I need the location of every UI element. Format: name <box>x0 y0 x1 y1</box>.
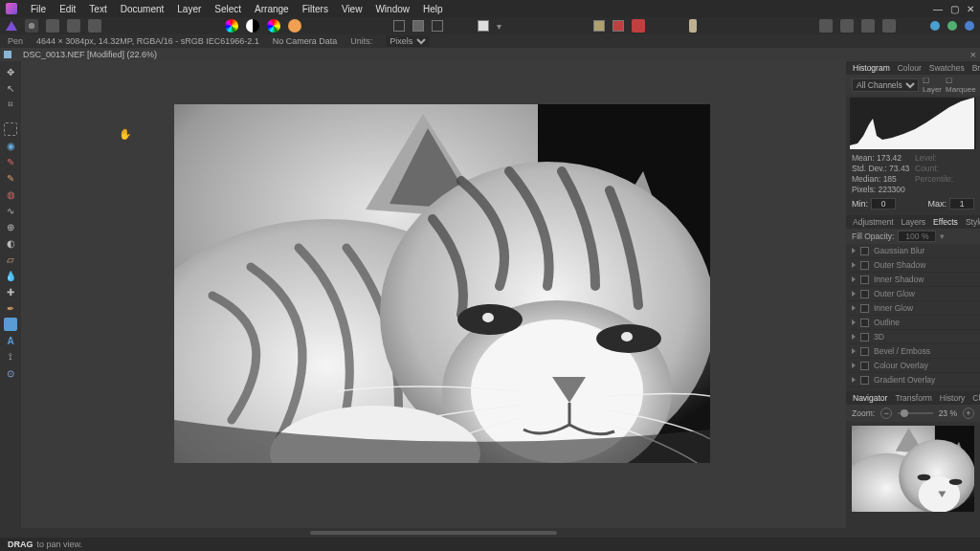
fx-gradient-overlay[interactable]: Gradient Overlay <box>846 373 980 387</box>
bw-adjust-icon[interactable] <box>246 19 259 33</box>
marquee-checkbox[interactable]: ☐ Marquee <box>946 77 976 94</box>
crop-icon[interactable] <box>478 20 489 32</box>
menu-window[interactable]: Window <box>375 4 410 14</box>
navigator-preview[interactable] <box>852 426 974 512</box>
cloud-icon[interactable] <box>947 21 957 31</box>
menu-bar: File Edit Text Document Layer Select Arr… <box>0 0 980 17</box>
fx-bevel[interactable]: Bevel / Emboss <box>846 344 980 359</box>
tab-history[interactable]: History <box>937 393 968 403</box>
hist-max-input[interactable] <box>949 198 974 209</box>
zoom-value: 23 % <box>939 408 957 418</box>
brush-select-icon[interactable]: ✎ <box>4 155 17 168</box>
node-tool-icon[interactable]: ↖ <box>4 81 17 95</box>
document-image[interactable] <box>174 104 710 463</box>
fx-gaussian-blur[interactable]: Gaussian Blur <box>846 244 980 258</box>
layer-checkbox[interactable]: ☐ Layer <box>923 77 942 94</box>
marquee-tool-icon[interactable] <box>4 122 17 136</box>
zoom-fit-icon[interactable] <box>819 19 833 33</box>
zoom-out-button[interactable]: − <box>880 408 892 419</box>
menu-help[interactable]: Help <box>423 4 443 14</box>
fill-opacity-input[interactable] <box>898 231 936 242</box>
doc-close-icon[interactable]: × <box>970 49 976 60</box>
menu-layer[interactable]: Layer <box>177 4 201 14</box>
zoom-in-icon[interactable] <box>861 19 875 33</box>
fx-outline[interactable]: Outline <box>846 316 980 330</box>
tb-target-icon[interactable] <box>25 19 38 33</box>
zoom-out-icon[interactable] <box>882 19 896 33</box>
fx-colour-overlay[interactable]: Colour Overlay <box>846 359 980 373</box>
tab-swatches[interactable]: Swatches <box>926 63 968 73</box>
dodge-tool-icon[interactable]: ◐ <box>4 236 17 250</box>
gradient-icon[interactable] <box>267 19 280 33</box>
menu-select[interactable]: Select <box>214 4 241 14</box>
pin-icon[interactable] <box>689 19 697 33</box>
colour-wheel-icon[interactable] <box>225 19 238 33</box>
fx-3d[interactable]: 3D <box>846 330 980 344</box>
text-tool-icon[interactable]: A <box>4 334 17 347</box>
move-tool-icon[interactable]: ✥ <box>4 65 17 78</box>
minimize-icon[interactable]: — <box>933 4 943 14</box>
assistant-icon[interactable] <box>632 19 645 33</box>
fill-tool-icon[interactable]: ◍ <box>4 187 17 201</box>
zoom-tool-icon[interactable]: ⊙ <box>4 366 17 380</box>
crop-tool-icon[interactable]: ⌗ <box>4 98 17 111</box>
align-left-icon[interactable] <box>593 20 605 32</box>
tab-histogram[interactable]: Histogram <box>850 63 893 73</box>
fx-outer-glow[interactable]: Outer Glow <box>846 287 980 301</box>
chevron-down-icon[interactable]: ▾ <box>940 231 945 241</box>
menu-edit[interactable]: Edit <box>59 4 76 14</box>
tb-camera-icon[interactable] <box>46 19 59 33</box>
erase-tool-icon[interactable]: ▱ <box>4 253 17 266</box>
close-icon[interactable]: ✕ <box>967 4 974 14</box>
tab-adjustment[interactable]: Adjustment <box>850 217 897 227</box>
hist-min-input[interactable] <box>871 198 896 209</box>
clone-tool-icon[interactable]: ⊕ <box>4 220 17 233</box>
tab-brushes[interactable]: Brushes <box>969 63 980 73</box>
smudge-tool-icon[interactable]: ∿ <box>4 204 17 217</box>
heal-tool-icon[interactable]: ✚ <box>4 285 17 298</box>
fx-inner-shadow[interactable]: Inner Shadow <box>846 273 980 287</box>
account-icon[interactable] <box>930 21 940 31</box>
selection-none-icon[interactable] <box>393 20 405 32</box>
help-icon[interactable] <box>965 21 974 31</box>
tools-panel: ✥ ↖ ⌗ ◉ ✎ ✎ ◍ ∿ ⊕ ◐ ▱ 💧 ✚ ✒ A ⟟ ⊙ <box>0 61 21 538</box>
units-select[interactable]: Pixels <box>386 35 429 47</box>
tab-styles[interactable]: Styles <box>963 217 980 227</box>
menu-document[interactable]: Document <box>121 4 165 14</box>
tab-channels[interactable]: Channels <box>969 393 980 403</box>
selection-sub-icon[interactable] <box>432 20 443 32</box>
tab-navigator[interactable]: Navigator <box>850 393 890 403</box>
align-center-icon[interactable] <box>612 20 624 32</box>
menu-file[interactable]: File <box>31 4 46 14</box>
flood-select-icon[interactable]: ◉ <box>4 139 17 152</box>
selection-add-icon[interactable] <box>412 20 424 32</box>
tab-effects[interactable]: Effects <box>930 217 961 227</box>
tab-transform[interactable]: Transform <box>892 393 934 403</box>
blur-tool-icon[interactable]: 💧 <box>4 269 17 282</box>
tab-layers[interactable]: Layers <box>899 217 929 227</box>
shape-tool-icon[interactable] <box>4 318 17 331</box>
app-persona-icon[interactable] <box>6 21 17 31</box>
fx-outer-shadow[interactable]: Outer Shadow <box>846 258 980 273</box>
canvas[interactable]: ✋ <box>21 61 846 528</box>
pen-tool-icon[interactable]: ✒ <box>4 301 17 315</box>
channel-select[interactable]: All Channels <box>852 78 919 92</box>
tb-sort-icon[interactable] <box>88 19 101 33</box>
zoom-100-icon[interactable] <box>840 19 854 33</box>
picker-tool-icon[interactable]: ⟟ <box>4 350 17 364</box>
menu-view[interactable]: View <box>342 4 363 14</box>
zoom-in-button[interactable]: + <box>963 408 974 419</box>
paint-brush-icon[interactable]: ✎ <box>4 171 17 185</box>
menu-filters[interactable]: Filters <box>302 4 328 14</box>
effects-list: Gaussian Blur Outer Shadow Inner Shadow … <box>846 244 980 387</box>
maximize-icon[interactable]: ▢ <box>950 4 959 14</box>
tab-colour[interactable]: Colour <box>895 63 924 73</box>
doc-tab[interactable]: DSC_0013.NEF [Modified] (22.6%) <box>15 50 165 59</box>
fx-inner-glow[interactable]: Inner Glow <box>846 301 980 316</box>
swatch-icon[interactable] <box>288 19 301 33</box>
tb-grid-icon[interactable] <box>67 19 80 33</box>
menu-arrange[interactable]: Arrange <box>255 4 289 14</box>
menu-text[interactable]: Text <box>89 4 106 14</box>
zoom-slider[interactable] <box>898 412 933 414</box>
canvas-hscroll[interactable] <box>21 528 846 538</box>
